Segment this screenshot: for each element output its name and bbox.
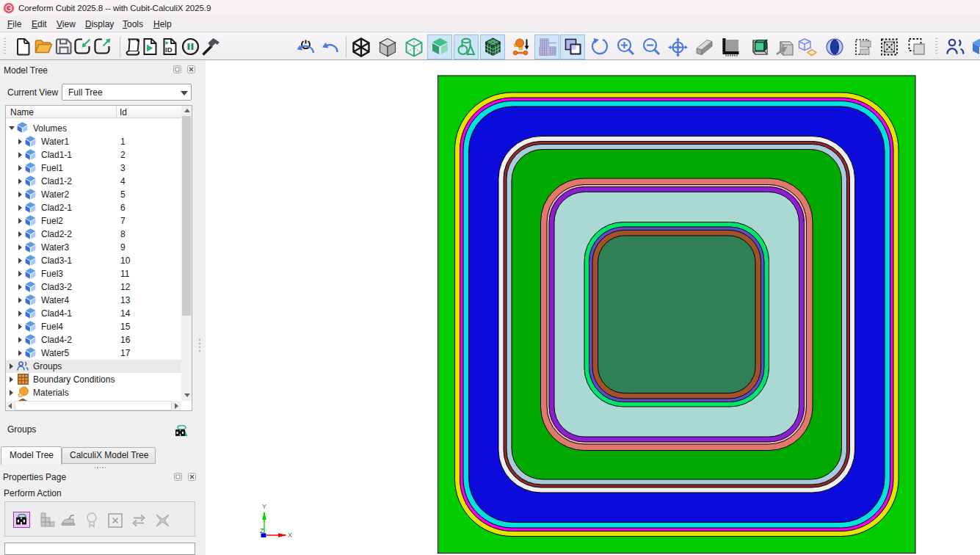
svg-text:ID: ID (165, 46, 173, 54)
svg-text:Y: Y (262, 503, 266, 510)
svg-text:Z: Z (260, 527, 264, 534)
svg-text:X: X (288, 532, 292, 539)
